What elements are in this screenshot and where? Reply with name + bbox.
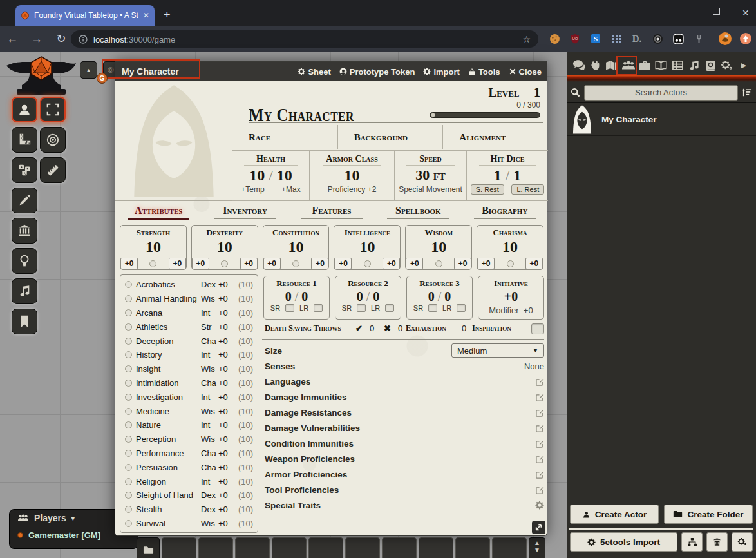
sr-checkbox[interactable] — [285, 304, 294, 312]
race-field[interactable]: Race — [232, 125, 338, 149]
reload-icon[interactable]: ↻ — [49, 32, 73, 46]
skill-name[interactable]: Deception — [136, 336, 201, 346]
sr-checkbox[interactable] — [428, 304, 437, 312]
stylus-extension-icon[interactable]: S — [585, 28, 606, 49]
ability-score[interactable]: 10 — [192, 238, 258, 255]
tool-dice[interactable] — [12, 157, 37, 183]
macro-slot[interactable] — [198, 537, 233, 558]
resource-label[interactable]: Resource 3 — [407, 278, 472, 289]
skill-row[interactable]: Persuasion Cha +0 (10) — [120, 460, 258, 474]
skill-row[interactable]: Intimidation Cha +0 (10) — [120, 376, 258, 390]
sidebar-collapse-icon[interactable]: ▶ — [737, 58, 751, 72]
ability-modifier[interactable]: +0 — [406, 258, 423, 269]
ability-name[interactable]: Dexterity — [192, 227, 258, 238]
chat-tab-icon[interactable] — [572, 58, 586, 72]
lr-checkbox[interactable] — [457, 304, 466, 312]
ability-save[interactable]: +0 — [311, 258, 328, 269]
skill-row[interactable]: Insight Wis +0 (10) — [120, 362, 258, 376]
xp-text[interactable]: 0 / 300 — [516, 101, 540, 110]
edit-icon[interactable] — [536, 455, 544, 463]
skill-name[interactable]: Athletics — [136, 322, 201, 332]
edit-icon[interactable] — [536, 393, 544, 401]
edit-icon[interactable] — [536, 486, 544, 494]
death-fail-count[interactable]: 0 — [398, 323, 402, 333]
folder-tree-button[interactable] — [681, 532, 703, 552]
edit-icon[interactable] — [536, 409, 544, 417]
macro-slot[interactable] — [345, 537, 380, 558]
skill-row[interactable]: Investigation Int +0 (10) — [120, 390, 258, 404]
window-header[interactable]: My Character Sheet Prototype Token Impor… — [115, 62, 547, 81]
skill-name[interactable]: Nature — [136, 420, 201, 430]
sort-icon[interactable] — [742, 88, 752, 97]
skill-name[interactable]: Survival — [136, 519, 201, 528]
browser-tab[interactable]: Foundry Virtual Tabletop • A Stan ✕ — [15, 5, 155, 26]
journal-tab-icon[interactable] — [654, 58, 668, 72]
ability-modifier[interactable]: +0 — [120, 258, 138, 269]
window-resize-handle[interactable] — [532, 521, 545, 534]
tool-target[interactable] — [40, 127, 66, 153]
proficiency-radio[interactable] — [221, 260, 228, 267]
skill-name[interactable]: Medicine — [136, 407, 201, 416]
tool-drawings[interactable] — [12, 188, 37, 213]
tables-tab-icon[interactable] — [671, 58, 685, 72]
proficiency-radio[interactable] — [364, 260, 371, 267]
resource-label[interactable]: Resource 2 — [335, 278, 401, 289]
skill-proficiency-radio[interactable] — [125, 520, 132, 527]
skill-row[interactable]: Survival Wis +0 (10) — [120, 517, 258, 531]
tab-close-icon[interactable]: ✕ — [143, 11, 149, 20]
d-extension-icon[interactable]: D. — [627, 28, 647, 49]
exhaustion-value[interactable]: 0 — [462, 323, 466, 333]
skill-proficiency-radio[interactable] — [125, 281, 132, 288]
skill-proficiency-radio[interactable] — [125, 421, 132, 428]
skill-proficiency-radio[interactable] — [125, 380, 132, 387]
character-portrait[interactable] — [115, 81, 232, 201]
update-browser-icon[interactable] — [735, 28, 756, 49]
tool-sounds[interactable] — [12, 278, 37, 304]
lr-checkbox[interactable] — [385, 304, 394, 312]
size-select[interactable]: Medium▼ — [451, 343, 544, 358]
import-button[interactable]: Import — [423, 67, 459, 77]
tab-attributes[interactable]: Attributes — [128, 205, 189, 222]
profile-avatar[interactable] — [715, 28, 735, 49]
skill-row[interactable]: Medicine Wis +0 (10) — [120, 404, 258, 418]
skill-proficiency-radio[interactable] — [125, 295, 132, 302]
window-minimize-icon[interactable]: — — [685, 8, 694, 18]
proficiency-radio[interactable] — [149, 260, 156, 267]
skill-proficiency-radio[interactable] — [125, 506, 132, 513]
lr-checkbox[interactable] — [314, 304, 323, 312]
macro-slot[interactable] — [162, 537, 196, 558]
skill-proficiency-radio[interactable] — [125, 436, 132, 443]
ability-save[interactable]: +0 — [525, 258, 543, 269]
actor-list-item[interactable]: My Character — [567, 104, 756, 136]
skill-name[interactable]: Perception — [136, 434, 201, 444]
edit-icon[interactable] — [536, 470, 544, 479]
death-saves-label[interactable]: Death Saving Throws — [265, 323, 341, 333]
ability-name[interactable]: Intelligence — [334, 227, 400, 238]
hotbar-up-icon[interactable]: ▲ — [534, 539, 540, 546]
edit-icon[interactable] — [536, 424, 544, 432]
skill-row[interactable]: Athletics Str +0 (10) — [120, 320, 258, 334]
temp-hp[interactable]: +Temp — [241, 185, 264, 194]
macro-slot[interactable] — [308, 537, 343, 558]
items-tab-icon[interactable] — [638, 58, 652, 72]
tab-spellbook[interactable]: Spellbook — [387, 205, 449, 222]
ability-name[interactable]: Constitution — [263, 227, 329, 238]
ability-score[interactable]: 10 — [477, 238, 543, 255]
skill-name[interactable]: Insight — [136, 364, 201, 374]
ability-score[interactable]: 10 — [406, 238, 471, 255]
skill-proficiency-radio[interactable] — [125, 450, 132, 457]
skill-row[interactable]: Perception Wis +0 (10) — [120, 432, 258, 447]
ability-save[interactable]: +0 — [454, 258, 471, 269]
window-close-icon[interactable]: ✕ — [742, 8, 750, 18]
sr-checkbox[interactable] — [357, 304, 366, 312]
nav-collapse-button[interactable]: ▲ — [80, 61, 97, 79]
actors-tab-icon[interactable] — [621, 58, 636, 72]
compendium-tab-icon[interactable] — [704, 58, 718, 72]
create-actor-button[interactable]: Create Actor — [570, 505, 659, 524]
proficiency-radio[interactable] — [435, 260, 442, 267]
death-success-icon[interactable]: ✔ — [355, 323, 363, 333]
macro-slot[interactable] — [382, 537, 417, 558]
ability-save[interactable]: +0 — [169, 258, 186, 269]
skill-proficiency-radio[interactable] — [125, 351, 132, 358]
skill-proficiency-radio[interactable] — [125, 492, 132, 499]
